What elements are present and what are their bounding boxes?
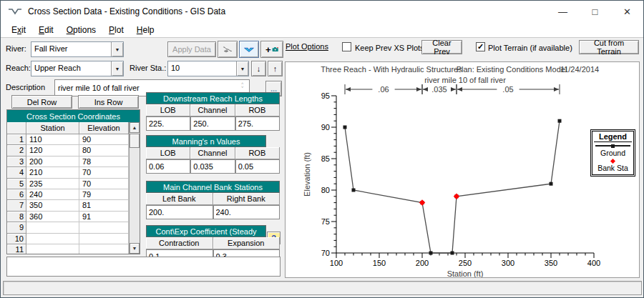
scroll-up-icon[interactable]: ▲ (130, 122, 140, 133)
elevation-cell[interactable]: 79 (79, 189, 129, 200)
scrollbar-thumb[interactable] (130, 134, 140, 148)
row-number: 3 (7, 157, 26, 167)
station-cell[interactable]: 350 (26, 200, 79, 211)
row-number: 2 (7, 145, 26, 156)
menu-plot[interactable]: Plot (102, 24, 130, 36)
station-cell[interactable] (26, 222, 79, 233)
diamond-marker-icon (610, 159, 615, 164)
mannings-n-group: Manning's n Values ? LOB Channel ROB (146, 135, 280, 174)
table-scrollbar[interactable]: ▲ ▼ (129, 122, 140, 254)
close-icon[interactable]: ✕ (611, 1, 643, 22)
chart-legend: Legend Ground Bank Sta (592, 131, 634, 175)
right-bank-header: Right Bank (213, 193, 280, 205)
elevation-cell[interactable] (79, 222, 129, 233)
station-cell[interactable] (26, 244, 79, 254)
station-cell[interactable]: 240 (26, 189, 79, 200)
svg-text:85: 85 (321, 154, 330, 163)
station-cell[interactable] (26, 234, 79, 244)
titlebar: Cross Section Data - Existing Conditions… (1, 1, 643, 22)
svg-text:.05: .05 (502, 85, 513, 94)
reach-select[interactable]: Upper Reach ▼ (31, 61, 124, 76)
channel-n-input[interactable] (190, 159, 235, 174)
menu-exit[interactable]: Exit (5, 24, 32, 36)
app-cross-section-icon (8, 6, 22, 16)
menu-help[interactable]: Help (130, 24, 161, 36)
elevation-cell[interactable] (79, 244, 129, 254)
table-row: 624079 (7, 189, 129, 200)
group-title: Manning's n Values (146, 135, 266, 147)
message-box (6, 257, 280, 277)
next-station-down-button[interactable]: ↓ (251, 61, 266, 76)
elevation-column-header: Elevation (79, 122, 129, 134)
apply-data-button[interactable]: Apply Data (167, 41, 216, 57)
expansion-header: Expansion (213, 237, 280, 249)
river-edit-icon (223, 44, 233, 55)
right-bank-input[interactable] (213, 205, 280, 219)
menu-options[interactable]: Options (60, 24, 102, 36)
station-cell[interactable]: 360 (26, 212, 79, 222)
svg-text:250: 250 (459, 259, 472, 267)
cut-from-terrain-button[interactable]: Cut from Terrain (579, 40, 639, 54)
svg-text:100: 100 (330, 259, 343, 267)
elevation-cell[interactable]: 70 (79, 179, 129, 189)
river-sta-select[interactable]: 10 ▼ (167, 61, 249, 76)
station-cell[interactable]: 110 (26, 134, 79, 145)
del-row-button[interactable]: Del Row (11, 95, 72, 109)
keep-prev-checkbox[interactable] (342, 42, 351, 51)
rob-length-input[interactable] (235, 116, 280, 131)
chevron-down-icon[interactable]: ▼ (236, 61, 248, 76)
station-cell[interactable]: 235 (26, 179, 79, 189)
svg-text:400: 400 (587, 259, 600, 267)
plot-terrain-checkbox[interactable]: ✓ (476, 42, 485, 51)
next-station-up-button[interactable]: ↑ (268, 61, 283, 76)
chevron-down-icon[interactable]: ▼ (111, 61, 123, 76)
row-number: 4 (7, 167, 26, 178)
table-row: 421070 (7, 167, 129, 178)
cross-section-plot: Three Reach - With Hydraulic StructuresP… (285, 61, 640, 278)
status-bar (3, 281, 642, 295)
left-bank-input[interactable] (146, 205, 213, 219)
maximize-icon[interactable]: □ (579, 1, 611, 22)
river-select[interactable]: Fall River ▼ (31, 41, 124, 57)
chevron-down-icon[interactable]: ▼ (111, 42, 123, 56)
downstream-reach-lengths-group: Downstream Reach Lengths LOB Channel ROB (146, 92, 280, 131)
station-cell[interactable]: 200 (26, 157, 79, 167)
clear-prev-button[interactable]: Clear Prev (421, 40, 462, 54)
description-label: Description (6, 83, 45, 91)
contraction-header: Contraction (146, 237, 213, 249)
menu-edit[interactable]: Edit (32, 24, 60, 36)
cross-section-view-button[interactable] (239, 41, 259, 58)
station-cell[interactable]: 210 (26, 167, 79, 178)
lob-n-input[interactable] (146, 159, 190, 174)
lob-length-input[interactable] (146, 116, 190, 131)
elevation-cell[interactable]: 91 (79, 212, 129, 222)
up-arrow-icon: ↑ (273, 64, 278, 73)
square-marker-icon (611, 144, 615, 148)
elevation-cell[interactable]: 78 (79, 157, 129, 167)
plot-options-menu[interactable]: Plot Options (286, 42, 328, 51)
svg-text:11/24/2014: 11/24/2014 (560, 65, 599, 74)
bank-stations-group: Main Channel Bank Stations Left Bank Rig… (146, 181, 280, 219)
minimize-icon[interactable]: — (547, 1, 579, 22)
station-cell[interactable]: 120 (26, 145, 79, 156)
scroll-down-icon[interactable]: ▼ (130, 243, 140, 254)
table-title: Cross Section Coordinates (7, 110, 140, 122)
svg-text:350: 350 (545, 259, 557, 267)
rob-n-input[interactable] (235, 159, 280, 174)
elevation-cell[interactable]: 90 (79, 134, 129, 145)
add-picture-button[interactable]: + (260, 41, 283, 58)
ground-line-swatch (595, 145, 630, 146)
row-number: 5 (7, 179, 26, 189)
elevation-cell[interactable]: 70 (79, 167, 129, 178)
description-scroll-icons[interactable]: ˄ ˅ (241, 82, 244, 89)
elevation-cell[interactable]: 80 (79, 145, 129, 156)
elevation-cell[interactable] (79, 234, 129, 244)
ins-row-button[interactable]: Ins Row (78, 95, 139, 109)
chart-canvas: Three Reach - With Hydraulic StructuresP… (286, 62, 639, 277)
down-arrow-icon: ↓ (257, 64, 261, 73)
elevation-cell[interactable]: 81 (79, 200, 129, 211)
channel-length-input[interactable] (190, 116, 235, 131)
edit-river-reach-button[interactable] (218, 41, 238, 58)
table-row: 111090 (7, 134, 129, 145)
channel-header: Channel (190, 147, 235, 159)
